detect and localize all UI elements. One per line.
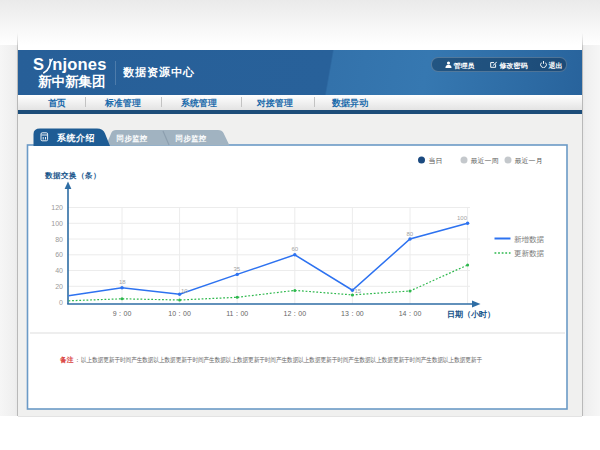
svg-text:100: 100: [457, 215, 468, 221]
svg-text:同步监控: 同步监控: [175, 134, 206, 143]
svg-text:0: 0: [59, 299, 63, 306]
svg-text:系统介绍: 系统介绍: [56, 133, 95, 143]
svg-text:100: 100: [51, 220, 63, 227]
svg-text:60: 60: [292, 246, 299, 252]
svg-text:60: 60: [55, 251, 63, 258]
svg-text:120: 120: [51, 204, 63, 211]
svg-text:以上数据更新于时间产生数据以上数据更新于时间产生数据以上数据: 以上数据更新于时间产生数据以上数据更新于时间产生数据以上数据更新于时间产生数据以…: [81, 356, 482, 364]
svg-text:新增数据: 新增数据: [514, 235, 545, 244]
svg-text:最近一周: 最近一周: [471, 157, 499, 164]
svg-text:80: 80: [407, 231, 414, 237]
svg-text:当日: 当日: [429, 157, 443, 165]
svg-text:14：00: 14：00: [399, 310, 422, 317]
svg-text:日期（小时）: 日期（小时）: [447, 310, 495, 319]
svg-text:10：00: 10：00: [168, 310, 191, 317]
svg-text:同步监控: 同步监控: [116, 134, 147, 143]
svg-text:18: 18: [119, 279, 126, 285]
svg-text:数据交换（条）: 数据交换（条）: [44, 171, 101, 180]
svg-text:更新数据: 更新数据: [514, 249, 545, 258]
svg-text:20: 20: [55, 283, 63, 290]
svg-text:40: 40: [55, 267, 63, 274]
svg-text:9：00: 9：00: [113, 310, 132, 317]
svg-text:11：00: 11：00: [226, 310, 248, 317]
svg-text:80: 80: [55, 236, 63, 243]
svg-text:12：00: 12：00: [284, 310, 307, 317]
svg-text:：: ：: [74, 356, 81, 363]
svg-text:35: 35: [234, 266, 241, 272]
svg-text:最近一月: 最近一月: [515, 157, 543, 165]
svg-text:15: 15: [355, 288, 362, 294]
svg-text:13：00: 13：00: [341, 310, 364, 317]
svg-text:备注: 备注: [59, 356, 74, 364]
svg-text:10: 10: [181, 288, 188, 294]
